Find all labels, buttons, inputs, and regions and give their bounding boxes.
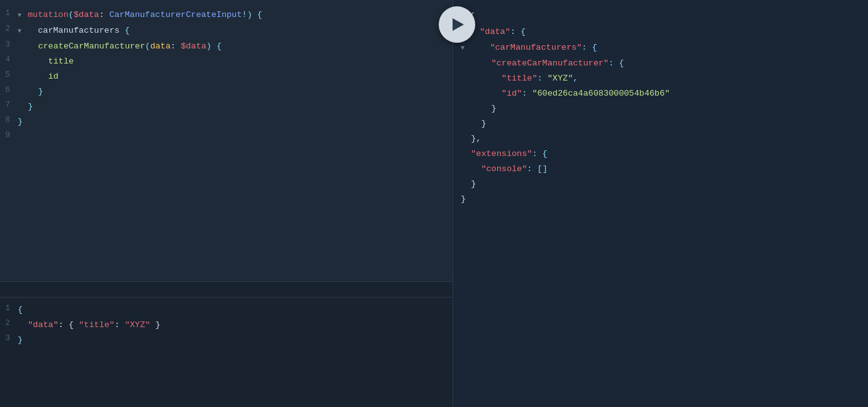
token: : — [171, 42, 181, 51]
json-line: } — [453, 101, 868, 116]
json-token: } — [461, 194, 466, 204]
code-line: 7 } — [0, 99, 453, 114]
token: id — [48, 72, 59, 81]
code-line: 2▼ carManufacturers { — [0, 23, 453, 39]
json-line: "createCarManufacturer": { — [453, 56, 868, 71]
json-line: ▼ "carManufacturers": { — [453, 40, 868, 56]
line-number: 4 — [0, 55, 18, 64]
json-line-content: } — [453, 192, 466, 206]
json-collapse-arrow-icon[interactable]: ▼ — [461, 45, 468, 52]
token: } — [18, 335, 23, 345]
token: $data — [181, 42, 206, 51]
json-line: } — [453, 192, 868, 207]
right-panel: ▼ {▼ "data": {▼ "carManufacturers": { "c… — [453, 0, 868, 407]
json-token: : — [522, 89, 532, 98]
line-content: } — [18, 85, 453, 99]
token: "XYZ" — [125, 320, 150, 330]
token: : — [99, 10, 109, 20]
json-line-content: "console": [] — [453, 162, 548, 176]
code-line: 3 createCarManufacturer(data: $data) { — [0, 39, 453, 54]
json-token: : { — [532, 149, 547, 159]
json-token: } — [471, 179, 476, 189]
token: !) { — [242, 10, 262, 20]
json-line-content: "createCarManufacturer": { — [453, 57, 624, 70]
line-number: 1 — [0, 303, 18, 313]
json-token: "id" — [502, 89, 522, 98]
line-number: 3 — [0, 40, 18, 49]
variables-content: 1{2 "data": { "title": "XYZ" }3} — [0, 298, 453, 353]
code-line: 1▼ mutation($data: CarManufacturerCreate… — [0, 8, 453, 23]
line-number: 9 — [0, 130, 18, 140]
token: $data — [74, 10, 99, 20]
line-number: 8 — [0, 115, 18, 125]
json-token: : { — [609, 59, 624, 68]
token: "title" — [79, 320, 115, 330]
json-line-content: "id": "60ed26ca4a6083000054b46b6" — [453, 87, 670, 101]
run-button[interactable] — [439, 6, 475, 43]
token: : — [115, 320, 125, 330]
token: : { — [59, 320, 79, 330]
json-line-content: "title": "XYZ", — [453, 72, 578, 86]
token: "data" — [28, 320, 59, 330]
line-content: } — [18, 333, 453, 347]
token: carManufacturers — [38, 26, 120, 35]
line-number: 5 — [0, 70, 18, 79]
token: CarManufacturerCreateInput — [110, 10, 242, 20]
code-line: 5 id — [0, 69, 453, 84]
code-line: 4 title — [0, 54, 453, 69]
json-token: : { — [582, 43, 597, 52]
line-content: ▼ carManufacturers { — [18, 24, 453, 38]
token: createCarManufacturer — [38, 42, 145, 51]
line-content: } — [18, 115, 453, 129]
json-line: } — [453, 177, 868, 192]
json-line-content: } — [453, 177, 476, 191]
token: ( — [69, 10, 74, 20]
json-token: "title" — [502, 74, 538, 83]
json-token: "XYZ" — [548, 74, 573, 83]
json-token: : { — [510, 27, 526, 36]
token: data — [150, 42, 171, 51]
json-token: } — [492, 104, 497, 113]
code-line: 1{ — [0, 303, 453, 318]
token: mutation — [28, 10, 69, 20]
line-content: createCarManufacturer(data: $data) { — [18, 40, 453, 53]
line-number: 7 — [0, 100, 18, 109]
json-line: }, — [453, 131, 868, 147]
collapse-arrow-icon[interactable]: ▼ — [18, 12, 25, 19]
code-line: 6 } — [0, 84, 453, 99]
json-token: : — [538, 74, 548, 83]
line-number: 2 — [0, 24, 18, 33]
token: } — [38, 87, 43, 96]
token: { — [120, 26, 130, 35]
json-token: "console" — [481, 164, 527, 174]
code-line: 8} — [0, 114, 453, 130]
line-number: 3 — [0, 333, 18, 343]
json-line: } — [453, 116, 868, 131]
token: } — [28, 102, 33, 111]
line-content: title — [18, 55, 453, 69]
line-number: 2 — [0, 318, 18, 328]
line-number: 6 — [0, 85, 18, 94]
json-line-content: ▼ "carManufacturers": { — [453, 41, 597, 55]
line-content: { — [18, 303, 453, 317]
json-line-content: "extensions": { — [453, 147, 548, 161]
collapse-arrow-icon[interactable]: ▼ — [18, 28, 25, 35]
query-editor[interactable]: 1▼ mutation($data: CarManufacturerCreate… — [0, 0, 453, 281]
json-token: "createCarManufacturer" — [492, 59, 609, 68]
token: } — [150, 320, 161, 330]
json-line-content: } — [453, 102, 497, 116]
json-token: : — [527, 164, 537, 174]
line-content: "data": { "title": "XYZ" } — [18, 318, 453, 332]
json-line: "id": "60ed26ca4a6083000054b46b6" — [453, 86, 868, 101]
json-token: "extensions" — [471, 149, 532, 159]
variables-tabs — [0, 282, 453, 298]
json-token: "data" — [480, 27, 510, 36]
json-line: "extensions": { — [453, 147, 868, 162]
json-token: "60ed26ca4a6083000054b46b6" — [532, 89, 670, 98]
json-line: ▼ "data": { — [453, 25, 868, 40]
json-line-content: }, — [453, 132, 481, 146]
token: ( — [145, 42, 150, 51]
token: { — [18, 305, 23, 315]
json-line: "title": "XYZ", — [453, 71, 868, 86]
json-token: "carManufacturers" — [490, 43, 582, 52]
